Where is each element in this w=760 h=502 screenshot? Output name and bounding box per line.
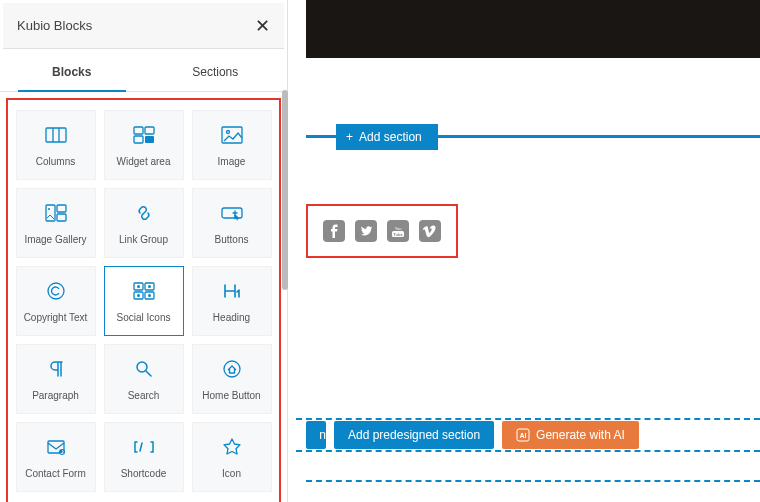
block-label: Widget area: [117, 156, 171, 167]
svg-point-21: [137, 294, 140, 297]
tab-blocks[interactable]: Blocks: [0, 52, 144, 91]
block-item-search[interactable]: Search: [104, 344, 184, 414]
block-label: Social Icons: [117, 312, 171, 323]
block-label: Home Button: [202, 390, 260, 401]
blocks-list: ColumnsWidget areaImageImage GalleryLink…: [6, 98, 281, 502]
block-label: Link Group: [119, 234, 168, 245]
vimeo-icon[interactable]: [418, 219, 442, 243]
youtube-icon[interactable]: YouTube: [386, 219, 410, 243]
buttons-icon: [221, 202, 243, 224]
paragraph-icon: [45, 358, 67, 380]
generate-ai-label: Generate with AI: [536, 428, 625, 442]
canvas: + Add section YouTube n Add predesigned …: [296, 0, 760, 502]
hero-image: [306, 0, 760, 58]
svg-rect-34: [419, 220, 441, 242]
block-item-icon[interactable]: Icon: [192, 422, 272, 492]
svg-point-19: [137, 285, 140, 288]
panel-header: Kubio Blocks ✕: [3, 3, 284, 49]
sidebar-scrollbar[interactable]: [282, 90, 288, 290]
block-item-columns[interactable]: Columns: [16, 110, 96, 180]
block-label: Columns: [36, 156, 75, 167]
block-item-social-icons[interactable]: Social Icons: [104, 266, 184, 336]
tabs: Blocks Sections: [0, 52, 287, 92]
social-icons-block[interactable]: YouTube: [306, 204, 458, 258]
sidebar: Kubio Blocks ✕ Blocks Sections ColumnsWi…: [0, 0, 288, 502]
svg-rect-4: [145, 127, 154, 134]
block-label: Image: [218, 156, 246, 167]
svg-point-27: [59, 449, 65, 455]
image-gallery-icon: [45, 202, 67, 224]
svg-point-14: [48, 283, 64, 299]
close-icon: ✕: [255, 16, 270, 36]
block-label: Buttons: [215, 234, 249, 245]
block-item-shortcode[interactable]: Shortcode: [104, 422, 184, 492]
block-item-copyright-text[interactable]: Copyright Text: [16, 266, 96, 336]
social-icons-icon: [133, 280, 155, 302]
svg-point-20: [148, 285, 151, 288]
svg-point-25: [224, 361, 240, 377]
block-item-image[interactable]: Image: [192, 110, 272, 180]
copyright-text-icon: [45, 280, 67, 302]
svg-rect-10: [57, 205, 66, 212]
twitter-icon[interactable]: [354, 219, 378, 243]
block-item-home-button[interactable]: Home Button: [192, 344, 272, 414]
svg-text:AI: AI: [520, 432, 527, 439]
block-label: Copyright Text: [24, 312, 88, 323]
block-item-link-group[interactable]: Link Group: [104, 188, 184, 258]
partial-button[interactable]: n: [306, 421, 326, 449]
bottom-divider: [306, 480, 760, 482]
svg-point-12: [48, 208, 50, 210]
block-label: Contact Form: [25, 468, 86, 479]
block-item-contact-form[interactable]: Contact Form: [16, 422, 96, 492]
svg-rect-6: [145, 136, 154, 143]
close-button[interactable]: ✕: [255, 15, 270, 37]
add-section-button[interactable]: + Add section: [336, 124, 438, 150]
block-item-paragraph[interactable]: Paragraph: [16, 344, 96, 414]
block-item-heading[interactable]: Heading: [192, 266, 272, 336]
facebook-icon[interactable]: [322, 219, 346, 243]
svg-text:You: You: [395, 226, 402, 231]
home-button-icon: [221, 358, 243, 380]
svg-rect-11: [57, 214, 66, 221]
svg-point-22: [148, 294, 151, 297]
heading-icon: [221, 280, 243, 302]
widget-area-icon: [133, 124, 155, 146]
svg-rect-0: [46, 128, 66, 142]
insert-section-bar: n Add predesigned section AI Generate wi…: [296, 418, 760, 452]
block-label: Heading: [213, 312, 250, 323]
block-item-widget-area[interactable]: Widget area: [104, 110, 184, 180]
block-label: Shortcode: [121, 468, 167, 479]
generate-ai-button[interactable]: AI Generate with AI: [502, 421, 639, 449]
panel-title: Kubio Blocks: [17, 18, 92, 33]
plus-icon: +: [346, 130, 353, 144]
block-label: Paragraph: [32, 390, 79, 401]
svg-text:Tube: Tube: [393, 232, 403, 237]
add-predesigned-button[interactable]: Add predesigned section: [334, 421, 494, 449]
shortcode-icon: [133, 436, 155, 458]
block-item-buttons[interactable]: Buttons: [192, 188, 272, 258]
image-icon: [221, 124, 243, 146]
contact-form-icon: [45, 436, 67, 458]
search-icon: [133, 358, 155, 380]
svg-rect-3: [134, 127, 143, 134]
svg-point-8: [226, 130, 229, 133]
add-section-label: Add section: [359, 130, 422, 144]
svg-rect-13: [222, 208, 242, 218]
svg-line-24: [146, 371, 151, 376]
svg-rect-5: [134, 136, 143, 143]
block-label: Icon: [222, 468, 241, 479]
columns-icon: [45, 124, 67, 146]
ai-icon: AI: [516, 428, 530, 442]
block-item-image-gallery[interactable]: Image Gallery: [16, 188, 96, 258]
icon-icon: [221, 436, 243, 458]
tab-sections[interactable]: Sections: [144, 52, 288, 91]
link-group-icon: [133, 202, 155, 224]
block-label: Search: [128, 390, 160, 401]
block-label: Image Gallery: [24, 234, 86, 245]
